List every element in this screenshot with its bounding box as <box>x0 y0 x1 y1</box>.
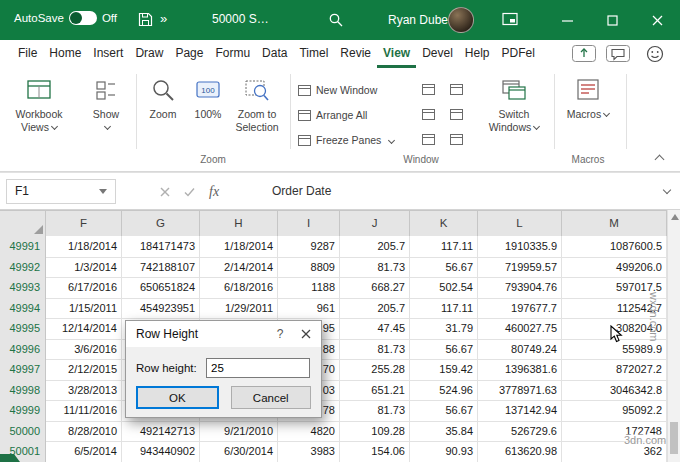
column-header-m[interactable]: M <box>562 210 667 237</box>
cell[interactable]: 9/21/2010 <box>200 421 278 443</box>
cell[interactable]: 793904.76 <box>478 277 562 299</box>
cell[interactable]: 613620.98 <box>478 441 562 462</box>
new-window-button[interactable]: New Window <box>298 80 377 100</box>
ok-button[interactable]: OK <box>136 386 219 409</box>
cell[interactable]: 154.06 <box>340 441 410 462</box>
cell[interactable]: 117.11 <box>410 298 478 320</box>
column-header-l[interactable]: L <box>478 210 562 237</box>
column-header-h[interactable]: H <box>200 210 278 237</box>
cell[interactable]: 943440902 <box>122 441 200 462</box>
dialog-help-button[interactable]: ? <box>269 327 291 341</box>
row-header-49998[interactable]: 49998 <box>0 380 46 402</box>
reset-window-position-icon[interactable] <box>450 134 463 145</box>
cell[interactable]: 137142.94 <box>478 400 562 422</box>
cell[interactable]: 961 <box>278 298 340 320</box>
cell[interactable]: 492142713 <box>122 421 200 443</box>
tab-formu[interactable]: Formu <box>209 40 256 68</box>
cell[interactable]: 6/17/2016 <box>46 277 122 299</box>
cancel-button[interactable]: Cancel <box>231 386 312 409</box>
cell[interactable]: 8/28/2010 <box>46 421 122 443</box>
collapse-ribbon-icon[interactable] <box>655 155 665 165</box>
cell[interactable]: 454923951 <box>122 298 200 320</box>
cell[interactable]: 1396381.6 <box>478 359 562 381</box>
cell[interactable]: 184171473 <box>122 236 200 258</box>
name-box-dropdown-icon[interactable] <box>99 189 107 194</box>
maximize-button[interactable] <box>590 0 635 40</box>
cell[interactable]: 3/28/2013 <box>46 380 122 402</box>
cell[interactable]: 6/18/2016 <box>200 277 278 299</box>
formula-content[interactable]: Order Date <box>272 184 331 198</box>
enter-entry-icon[interactable] <box>184 183 195 201</box>
arrange-all-button[interactable]: Arrange All <box>298 105 367 125</box>
minimize-button[interactable] <box>545 0 590 40</box>
row-header-49995[interactable]: 49995 <box>0 318 46 340</box>
tab-file[interactable]: File <box>12 40 43 68</box>
column-header-i[interactable]: I <box>278 210 340 237</box>
dialog-close-icon[interactable] <box>291 321 321 347</box>
cell[interactable]: 117.11 <box>410 236 478 258</box>
cell[interactable]: 3046342.8 <box>562 380 667 402</box>
row-header-49992[interactable]: 49992 <box>0 257 46 279</box>
cell[interactable]: 1188 <box>278 277 340 299</box>
cell[interactable]: 3778971.63 <box>478 380 562 402</box>
insert-function-icon[interactable]: fx <box>209 184 219 200</box>
cell[interactable]: 1/18/2014 <box>200 236 278 258</box>
tab-view[interactable]: View <box>377 40 416 68</box>
cell[interactable]: 3/6/2016 <box>46 339 122 361</box>
avatar[interactable] <box>448 7 474 33</box>
tab-revie[interactable]: Revie <box>334 40 377 68</box>
zoom-to-selection-button[interactable]: Zoom to Selection <box>230 76 284 134</box>
search-icon[interactable] <box>328 12 344 32</box>
split-icon[interactable] <box>422 84 435 95</box>
comments-icon[interactable] <box>606 45 630 66</box>
tab-draw[interactable]: Draw <box>129 40 169 68</box>
column-header-k[interactable]: K <box>410 210 478 237</box>
autosave-switch-icon[interactable] <box>69 11 97 25</box>
tab-devel[interactable]: Devel <box>416 40 459 68</box>
cell[interactable]: 651.21 <box>340 380 410 402</box>
cell[interactable]: 81.73 <box>340 400 410 422</box>
cell[interactable]: 2/12/2015 <box>46 359 122 381</box>
cell[interactable]: 81.73 <box>340 257 410 279</box>
row-header-49991[interactable]: 49991 <box>0 236 46 258</box>
cell[interactable]: 1/29/2011 <box>200 298 278 320</box>
cell[interactable]: 9287 <box>278 236 340 258</box>
cell[interactable]: 499206.0 <box>562 257 667 279</box>
cell[interactable]: 56.67 <box>410 339 478 361</box>
cell[interactable]: 1/18/2014 <box>46 236 122 258</box>
close-button[interactable] <box>635 0 680 40</box>
tab-timel[interactable]: Timel <box>293 40 334 68</box>
cell[interactable]: 95092.2 <box>562 400 667 422</box>
cell[interactable]: 1910335.9 <box>478 236 562 258</box>
cancel-entry-icon[interactable] <box>160 183 170 201</box>
cell[interactable]: 502.54 <box>410 277 478 299</box>
cell[interactable]: 56.67 <box>410 400 478 422</box>
save-icon[interactable] <box>138 12 153 31</box>
cell[interactable]: 526729.6 <box>478 421 562 443</box>
row-header-49994[interactable]: 49994 <box>0 298 46 320</box>
cell[interactable]: 1087600.5 <box>562 236 667 258</box>
cell[interactable]: 872027.2 <box>562 359 667 381</box>
cell[interactable]: 460027.75 <box>478 318 562 340</box>
row-header-49996[interactable]: 49996 <box>0 339 46 361</box>
cell[interactable]: 11/11/2016 <box>46 400 122 422</box>
hide-icon[interactable] <box>422 109 435 120</box>
cell[interactable]: 1/15/2011 <box>46 298 122 320</box>
cell[interactable]: 668.27 <box>340 277 410 299</box>
vertical-scrollbar[interactable] <box>667 210 680 462</box>
row-header-49999[interactable]: 49999 <box>0 400 46 422</box>
cell[interactable]: 6/5/2014 <box>46 441 122 462</box>
row-header-49993[interactable]: 49993 <box>0 277 46 299</box>
user-name[interactable]: Ryan Dube <box>388 13 448 27</box>
cell[interactable]: 524.96 <box>410 380 478 402</box>
select-all-corner[interactable] <box>0 210 46 237</box>
row-header-50000[interactable]: 50000 <box>0 421 46 443</box>
unhide-icon[interactable] <box>422 134 435 145</box>
cell[interactable]: 742188107 <box>122 257 200 279</box>
synchronous-scrolling-icon[interactable] <box>450 109 463 120</box>
macros-button[interactable]: Macros <box>562 76 614 121</box>
autosave-toggle[interactable]: AutoSave Off <box>14 11 117 25</box>
scroll-up-icon[interactable] <box>671 214 679 220</box>
switch-windows-button[interactable]: Switch Windows <box>486 76 542 134</box>
row-height-input[interactable] <box>206 358 310 378</box>
